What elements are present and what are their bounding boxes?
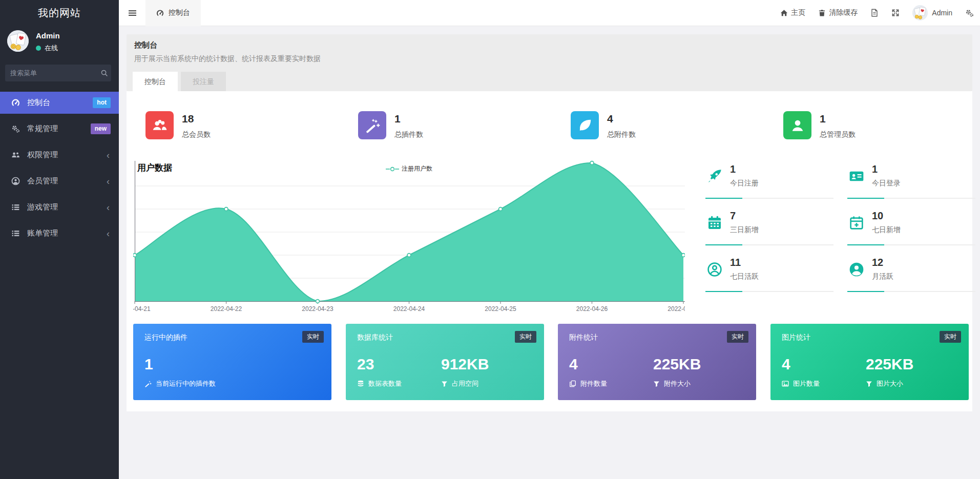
svg-text:2022-04-27: 2022-04-27 [668, 305, 685, 313]
sidebar-menu: 控制台 hot 常规管理 new 权限管理 ‹ [0, 92, 119, 248]
mini-stat-7day-new: 10 七日新增 [847, 210, 975, 245]
document-icon[interactable] [870, 9, 879, 17]
leaf-icon [571, 111, 599, 139]
card-value: 4 [782, 356, 790, 373]
chevron-left-icon: ‹ [107, 203, 110, 212]
mini-stat-value: 7 [730, 210, 736, 222]
mini-stat-label: 七日新增 [872, 225, 901, 235]
search-icon[interactable] [100, 69, 108, 77]
sidebar-item-console[interactable]: 控制台 hot [0, 92, 119, 114]
sidebar-item-label: 权限管理 [27, 150, 58, 160]
stat-value: 4 [607, 113, 636, 124]
card-foot: 数据表数量 [357, 379, 402, 388]
mini-stat-today-registered: 1 今日注册 [705, 163, 833, 199]
tab-bets[interactable]: 投注量 [181, 72, 226, 91]
tab-console[interactable]: 控制台 [133, 72, 178, 91]
card-value: 4 [569, 356, 578, 373]
mini-stat-label: 月活跃 [872, 272, 893, 281]
gears-icon[interactable] [965, 9, 974, 17]
calendar-icon [706, 215, 723, 231]
mini-stat-value: 11 [730, 257, 741, 268]
menu-search [5, 65, 111, 81]
rocket-icon [706, 168, 723, 184]
svg-text:2022-04-24: 2022-04-24 [393, 305, 425, 313]
user-data-chart: 用户数据 注册用户数 2022-04-212022-04-222022-04-2… [133, 159, 685, 315]
mini-stat-value: 1 [872, 163, 878, 175]
topbar-user[interactable]: Admin [912, 5, 952, 20]
sidebar-item-label: 账单管理 [27, 228, 58, 238]
topbar-username: Admin [932, 9, 952, 17]
legend-marker-icon [386, 166, 399, 172]
card-title: 数据库统计 [357, 333, 393, 342]
clear-cache-link[interactable]: 清除缓存 [818, 8, 858, 17]
card-foot-size: 附件大小 [653, 379, 691, 388]
sidebar-user-block: Admin 在线 [0, 30, 119, 61]
site-title: 我的网站 [0, 0, 119, 26]
svg-text:2022-04-21: 2022-04-21 [133, 305, 151, 313]
sidebar-item-label: 控制台 [27, 98, 50, 108]
hamburger-icon[interactable] [119, 9, 145, 17]
user-status: 在线 [36, 44, 58, 53]
card-foot: 附件数量 [569, 379, 607, 388]
user-outline-icon [706, 261, 723, 278]
card-size-value: 912KB [441, 356, 489, 373]
stat-label: 总管理员数 [820, 130, 856, 139]
users-icon [145, 111, 174, 139]
avatar[interactable] [7, 30, 29, 52]
sidebar-item-permissions[interactable]: 权限管理 ‹ [0, 144, 119, 166]
menu-badge-hot: hot [93, 97, 111, 108]
admin-dashboard: 我的网站 Admin 在线 [0, 0, 980, 479]
mini-stat-value: 10 [872, 210, 883, 222]
stat-value: 18 [182, 113, 211, 124]
dashboard-panel: 18 总会员数 1 总插件数 4 总附件数 [127, 91, 972, 411]
mini-stat-value: 12 [872, 257, 883, 268]
card-foot-size: 占用空间 [441, 379, 478, 388]
home-link[interactable]: 主页 [780, 8, 805, 17]
svg-text:2022-04-26: 2022-04-26 [576, 305, 608, 313]
expand-icon[interactable] [891, 9, 900, 17]
stat-value: 1 [394, 113, 423, 124]
cogs-icon [11, 124, 20, 133]
copy-icon [569, 380, 576, 387]
sidebar-item-bills[interactable]: 账单管理 ‹ [0, 222, 119, 244]
stat-total-plugins: 1 总插件数 [358, 111, 423, 139]
clear-cache-label: 清除缓存 [829, 8, 858, 17]
calendar-plus-icon [848, 215, 865, 231]
home-label: 主页 [791, 8, 805, 17]
online-dot [36, 46, 41, 51]
topbar-tab-console[interactable]: 控制台 [145, 0, 201, 26]
card-foot-label: 图片数量 [793, 379, 820, 388]
card-foot: 图片数量 [782, 379, 820, 388]
search-input[interactable] [10, 69, 100, 77]
sidebar-item-label: 会员管理 [27, 176, 58, 186]
filter-icon [866, 381, 872, 387]
content-tabs: 控制台 投注量 [133, 72, 226, 91]
cards-coins-avatar [7, 30, 29, 52]
topbar-right: 主页 清除缓存 [780, 5, 980, 20]
sidebar-item-games[interactable]: 游戏管理 ‹ [0, 196, 119, 218]
sidebar: 我的网站 Admin 在线 [0, 0, 119, 479]
card-running-plugins: 运行中的插件 实时 1 当前运行中的插件数 [133, 324, 331, 400]
chevron-left-icon: ‹ [107, 229, 110, 238]
mini-stat-underline [847, 244, 975, 245]
user-circle-icon [11, 177, 20, 185]
menu-badge-new: new [91, 123, 111, 134]
card-value: 23 [357, 356, 374, 373]
card-size-value: 225KB [866, 356, 913, 373]
sidebar-item-general[interactable]: 常规管理 new [0, 118, 119, 140]
list-icon [11, 229, 20, 238]
user-icon [783, 111, 811, 139]
svg-text:2022-04-23: 2022-04-23 [302, 305, 333, 313]
chart-legend-item[interactable]: 注册用户数 [133, 164, 685, 173]
sidebar-item-members[interactable]: 会员管理 ‹ [0, 170, 119, 192]
mini-stat-underline [705, 244, 833, 245]
trash-icon [818, 9, 826, 17]
mini-stat-underline [847, 291, 975, 292]
mini-stat-month-active: 12 月活跃 [847, 256, 975, 292]
card-foot-label: 数据表数量 [368, 379, 402, 388]
home-icon [780, 9, 788, 17]
avatar [912, 5, 928, 20]
card-foot-label: 附件数量 [580, 379, 607, 388]
card-foot-size: 图片大小 [866, 379, 903, 388]
card-value: 1 [144, 356, 153, 373]
